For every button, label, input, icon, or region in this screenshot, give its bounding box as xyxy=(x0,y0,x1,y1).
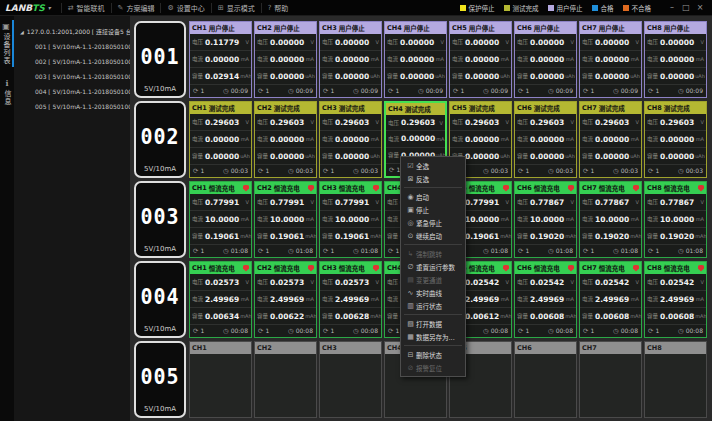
step-time: ◷00:08 xyxy=(353,327,378,335)
current-label: 电流 xyxy=(452,135,463,143)
voltage-label: 电压 xyxy=(517,118,528,126)
channel-capacity-row: 容量0.00000uAh xyxy=(385,68,446,85)
channel-capacity-row: 容量0.00628mAh xyxy=(320,308,381,325)
tree-expander-icon[interactable]: ◢ xyxy=(20,29,24,35)
channel-card[interactable]: CH1恒流充电电压0.02573V电流2.49969mA容量0.00634mAh… xyxy=(189,261,252,338)
logo-dropdown-icon[interactable]: ▾ xyxy=(48,4,51,11)
channel-card[interactable]: CH6 xyxy=(514,341,577,418)
close-button[interactable]: × xyxy=(693,3,707,12)
channel-card[interactable]: CH2用户停止电压0.00000V电流0.00000mA容量0.00000uAh… xyxy=(254,21,317,98)
context-menu-item-run-status[interactable]: ▥运行状态 xyxy=(401,299,465,312)
voltage-label: 电压 xyxy=(192,38,203,46)
capacity-unit: mAh xyxy=(499,313,511,319)
channel-card[interactable]: CH6测试完成电压0.29603V电流0.00000mA容量0.00000uAh… xyxy=(514,101,577,178)
tree-root-node[interactable]: ◢ 127.0.0.1:2001,2000 [ 连接设备5 台 ] xyxy=(14,24,130,39)
capacity-value: 0.00000 xyxy=(530,152,564,161)
voltage-unit: V xyxy=(440,39,444,45)
channel-current-row: 电流0.00000mA xyxy=(320,131,381,148)
tree-device-item[interactable]: 002 [ 5V/10mA-1.1-20180501002 ] xyxy=(14,54,130,69)
channel-card-header: CH5测试完成 xyxy=(450,102,511,114)
clock-icon: ◷ xyxy=(223,327,229,335)
channel-card[interactable]: CH5用户停止电压0.00000V电流0.00000mA容量0.00000uAh… xyxy=(449,21,512,98)
current-unit: mA xyxy=(695,296,704,302)
context-menu-item-resume-start[interactable]: ⊙继续启动 xyxy=(401,229,465,242)
channel-card[interactable]: CH8用户停止电压0.00000V电流0.00000mA容量0.00000uAh… xyxy=(644,21,707,98)
channel-empty-body xyxy=(255,354,316,417)
capacity-unit: mAh xyxy=(369,313,381,319)
channel-card[interactable]: CH6恒流充电电压0.02542V电流2.49969mA容量0.00608mAh… xyxy=(514,261,577,338)
minimize-button[interactable]: – xyxy=(665,3,679,12)
channel-current-row: 电流10.0000mA xyxy=(190,211,251,228)
channel-card[interactable]: CH2 xyxy=(254,341,317,418)
device-display[interactable]: 0015V/10mA xyxy=(134,21,186,98)
context-menu-item-realtime-curve[interactable]: ∿实时曲线 xyxy=(401,286,465,299)
menu-display-mode[interactable]: ⊞显示模式 xyxy=(211,3,261,13)
device-display[interactable]: 0025V/10mA xyxy=(134,101,186,178)
context-menu-item-delete-status[interactable]: ⊟删除状态 xyxy=(401,348,465,361)
channel-card[interactable]: CH7恒流充电电压0.02542V电流2.49969mA容量0.00608mAh… xyxy=(579,261,642,338)
context-menu-item-reset-run-params[interactable]: ∅重置运行参数 xyxy=(401,260,465,273)
channel-card[interactable]: CH7测试完成电压0.29603V电流0.00000mA容量0.00000uAh… xyxy=(579,101,642,178)
current-unit: mA xyxy=(240,216,249,222)
context-menu-item-emergency-stop[interactable]: ◎紧急停止 xyxy=(401,216,465,229)
device-display[interactable]: 0055V/10mA xyxy=(134,341,186,418)
menu-help[interactable]: ?帮助 xyxy=(261,3,295,13)
tree-device-item[interactable]: 003 [ 5V/10mA-1.1-20180501003 ] xyxy=(14,69,130,84)
voltage-unit: V xyxy=(505,39,509,45)
channel-card[interactable]: CH1 xyxy=(189,341,252,418)
side-tab-2[interactable]: ℹ信息 xyxy=(0,77,14,108)
menu-settings[interactable]: ⚙设置中心 xyxy=(160,3,210,13)
context-menu-item-select-all[interactable]: ☑全选 xyxy=(401,159,465,172)
context-menu-item-save-data-as[interactable]: ▦数据另存为... xyxy=(401,330,465,343)
tree-device-item[interactable]: 005 [ 5V/10mA-1.1-20180501005 ] xyxy=(14,99,130,114)
capacity-label: 容量 xyxy=(582,232,593,240)
device-display[interactable]: 0035V/10mA xyxy=(134,181,186,258)
tree-device-item[interactable]: 001 [ 5V/10mA-1.1-20180501001 ] xyxy=(14,39,130,54)
channel-card[interactable]: CH8恒流充电电压0.02542V电流2.49969mA容量0.00608mAh… xyxy=(644,261,707,338)
channel-card[interactable]: CH1恒流充电电压0.77991V电流10.0000mA容量0.19061mAh… xyxy=(189,181,252,258)
channel-card-header: CH3恒流充电 xyxy=(320,262,381,274)
channel-card[interactable]: CH7用户停止电压0.00000V电流0.00000mA容量0.00000uAh… xyxy=(579,21,642,98)
context-menu-item-start[interactable]: ◉启动 xyxy=(401,190,465,203)
channel-card[interactable]: CH3 xyxy=(319,341,382,418)
channel-card[interactable]: CH6恒流充电电压0.77867V电流10.0000mA容量0.19020mAh… xyxy=(514,181,577,258)
capacity-unit: mAh xyxy=(694,233,706,239)
channel-card[interactable]: CH8恒流充电电压0.77867V电流10.0000mA容量0.19020mAh… xyxy=(644,181,707,258)
menu-link[interactable]: ⇄智能联机 xyxy=(61,3,111,13)
loop-icon: ⟳ xyxy=(388,87,393,95)
time-value: 00:09 xyxy=(621,87,638,94)
current-unit: mA xyxy=(370,56,379,62)
menu-edit[interactable]: ✎方案编辑 xyxy=(111,3,161,13)
device-display[interactable]: 0045V/10mA xyxy=(134,261,186,338)
channel-card[interactable]: CH3恒流充电电压0.02573V电流2.49969mA容量0.00628mAh… xyxy=(319,261,382,338)
channel-card[interactable]: CH2恒流充电电压0.02573V电流2.49969mA容量0.00622mAh… xyxy=(254,261,317,338)
menu-label: 方案编辑 xyxy=(126,3,154,13)
channel-card[interactable]: CH7 xyxy=(579,341,642,418)
current-label: 电流 xyxy=(387,215,398,223)
channel-capacity-row: 容量0.19020mAh xyxy=(515,228,576,245)
channel-card[interactable]: CH8测试完成电压0.29603V电流0.00000mA容量0.00000uAh… xyxy=(644,101,707,178)
context-menu-item-invert-selection[interactable]: ⊠反选 xyxy=(401,172,465,185)
channel-card[interactable]: CH1测试完成电压0.29603V电流0.00000mA容量0.00000uAh… xyxy=(189,101,252,178)
tree-device-item[interactable]: 004 [ 5V/10mA-1.1-20180501004 ] xyxy=(14,84,130,99)
channel-card[interactable]: CH1用户停止电压0.11779V电流0.00000mA容量0.02914mAh… xyxy=(189,21,252,98)
capacity-value: 0.00628 xyxy=(335,312,369,321)
channel-card[interactable]: CH3恒流充电电压0.77991V电流10.0000mA容量0.19061mAh… xyxy=(319,181,382,258)
channel-card-footer: ⟳1◷00:03 xyxy=(515,165,576,177)
channel-capacity-row: 容量0.00000uAh xyxy=(580,148,641,165)
capacity-value: 0.00000 xyxy=(660,152,694,161)
channel-card[interactable]: CH2测试完成电压0.29603V电流0.00000mA容量0.00000uAh… xyxy=(254,101,317,178)
channel-card[interactable]: CH6用户停止电压0.00000V电流0.00000mA容量0.00000uAh… xyxy=(514,21,577,98)
context-menu-item-stop[interactable]: ▣停止 xyxy=(401,203,465,216)
channel-card[interactable]: CH8 xyxy=(644,341,707,418)
side-tab-1[interactable]: ▣设备列表 xyxy=(0,20,14,67)
current-unit: mA xyxy=(305,296,314,302)
channel-card[interactable]: CH3用户停止电压0.00000V电流0.00000mA容量0.00000uAh… xyxy=(319,21,382,98)
channel-card[interactable]: CH3测试完成电压0.29603V电流0.00000mA容量0.00000uAh… xyxy=(319,101,382,178)
channel-card[interactable]: CH7恒流充电电压0.77867V电流10.0000mA容量0.19020mAh… xyxy=(579,181,642,258)
channel-card[interactable]: CH2恒流充电电压0.77991V电流10.0000mA容量0.19061mAh… xyxy=(254,181,317,258)
channel-card[interactable]: CH4用户停止电压0.00000V电流0.00000mA容量0.00000uAh… xyxy=(384,21,447,98)
loop-count: ⟳1 xyxy=(583,87,594,95)
maximize-button[interactable]: □ xyxy=(679,3,693,12)
context-menu-item-open-data[interactable]: ▧打开数据 xyxy=(401,317,465,330)
